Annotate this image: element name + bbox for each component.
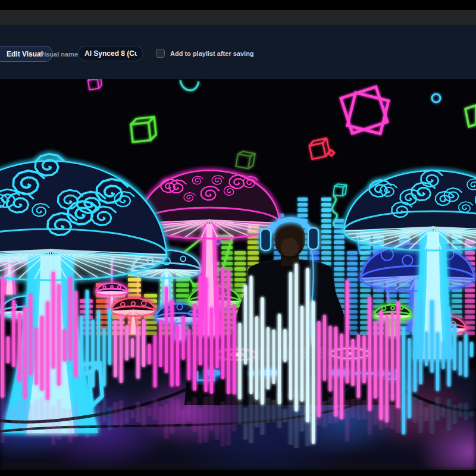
app-window: Edit Visual Visual name Add to playlist …: [0, 0, 476, 476]
visual-name-input[interactable]: [78, 46, 143, 61]
visual-preview[interactable]: [0, 79, 476, 470]
add-to-playlist-option[interactable]: Add to playlist after saving: [156, 49, 254, 58]
edit-visual-toolbar: Edit Visual Visual name Add to playlist …: [0, 25, 476, 80]
visual-name-label: Visual name: [40, 51, 78, 58]
visual-scene: [0, 79, 476, 470]
top-black-strip: [0, 0, 476, 10]
add-to-playlist-checkbox[interactable]: [156, 49, 165, 58]
browser-toolbar: [0, 10, 476, 25]
bottom-black-strip: [0, 470, 476, 476]
add-to-playlist-label: Add to playlist after saving: [170, 50, 254, 57]
